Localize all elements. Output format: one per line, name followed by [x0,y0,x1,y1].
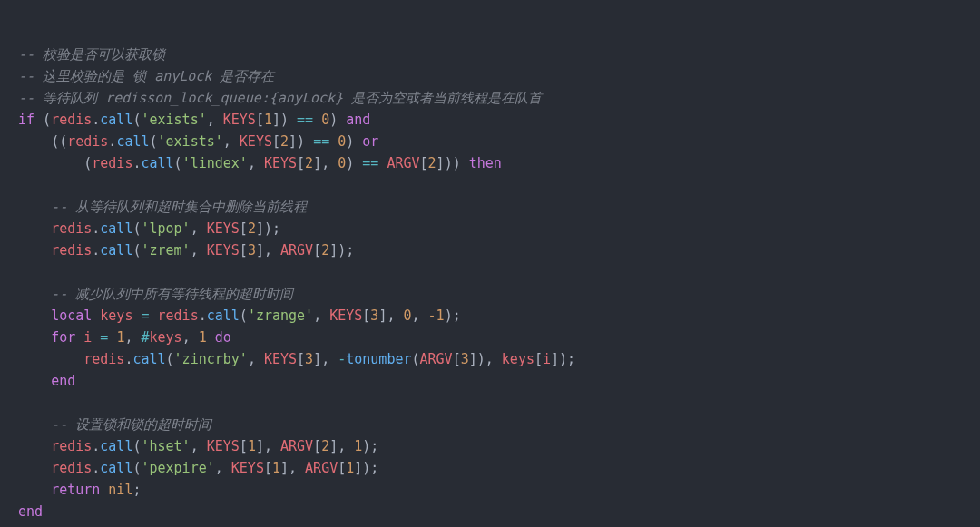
code-line: end [18,373,75,389]
code-line: end [18,503,43,520]
comment-line: -- 这里校验的是 锁 anyLock 是否存在 [18,68,274,84]
comment-line: -- 校验是否可以获取锁 [18,46,165,63]
code-block: -- 校验是否可以获取锁 -- 这里校验的是 锁 anyLock 是否存在 --… [18,22,962,522]
code-line: if (redis.call('exists', KEYS[1]) == 0) … [18,112,370,128]
code-line: return nil; [18,482,141,498]
comment-line: -- 等待队列 redisson_lock_queue:{anyLock} 是否… [18,90,542,106]
comment-line: -- 设置锁和锁的超时时间 [18,416,211,433]
code-line: redis.call('lpop', KEYS[2]); [18,220,280,237]
code-line: redis.call('pexpire', KEYS[1], ARGV[1]); [18,460,378,476]
code-line: ((redis.call('exists', KEYS[2]) == 0) or [18,133,378,150]
code-line: for i = 1, #keys, 1 do [18,329,231,346]
comment-line: -- 减少队列中所有等待线程的超时时间 [18,286,293,302]
code-line: redis.call('zrem', KEYS[3], ARGV[2]); [18,242,354,259]
comment-line: -- 从等待队列和超时集合中删除当前线程 [18,199,307,215]
code-line: redis.call('zincrby', KEYS[3], -tonumber… [18,351,575,367]
code-line: local keys = redis.call('zrange', KEYS[3… [18,307,461,324]
code-line: redis.call('hset', KEYS[1], ARGV[2], 1); [18,438,378,454]
code-line: (redis.call('lindex', KEYS[2], 0) == ARG… [18,155,502,171]
